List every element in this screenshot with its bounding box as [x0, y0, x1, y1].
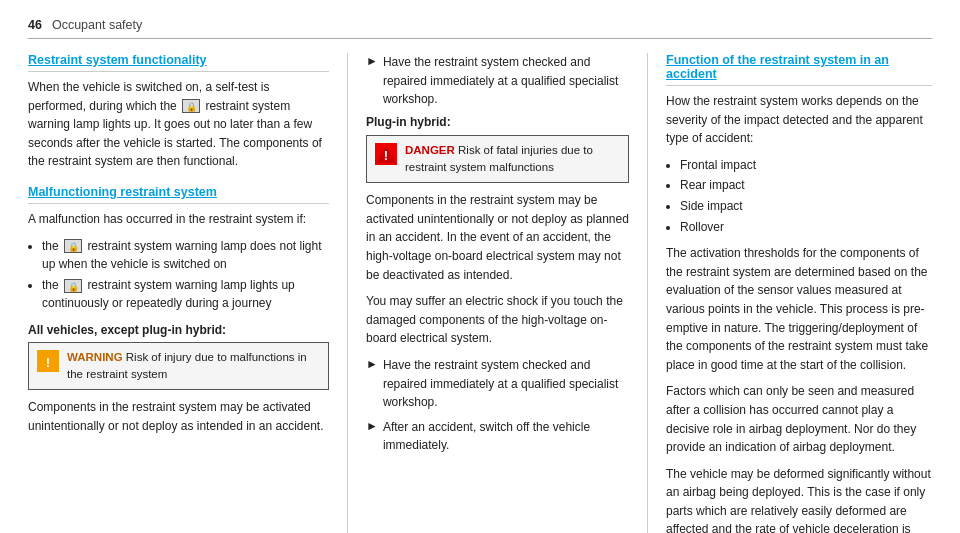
restraint-icon-1: 🔒 — [64, 239, 82, 253]
plug-hybrid-label: Plug-in hybrid: — [366, 115, 629, 129]
warning-icon: ! — [37, 350, 59, 372]
arrow-item-1: ► Have the restraint system checked and … — [366, 53, 629, 109]
section-title-malfunction: Malfunctioning restraint system — [28, 185, 329, 204]
danger-box: ! DANGER Risk of fatal injuries due to r… — [366, 135, 629, 184]
accident-bullets: Frontal impact Rear impact Side impact R… — [680, 156, 932, 236]
warning-box: ! WARNING Risk of injury due to malfunct… — [28, 342, 329, 391]
right-body-1: How the restraint system works depends o… — [666, 92, 932, 148]
bullet-frontal: Frontal impact — [680, 156, 932, 175]
right-body-2: The activation thresholds for the compon… — [666, 244, 932, 374]
malfunction-bullets: the 🔒 restraint system warning lamp does… — [42, 237, 329, 313]
right-body-4: The vehicle may be deformed significantl… — [666, 465, 932, 533]
restraint-icon-2: 🔒 — [64, 279, 82, 293]
restraint-lamp-icon: 🔒 — [182, 99, 200, 113]
svg-text:!: ! — [384, 148, 388, 163]
danger-icon: ! — [375, 143, 397, 165]
page-header-title: Occupant safety — [52, 18, 142, 32]
malfunction-body: A malfunction has occurred in the restra… — [28, 210, 329, 229]
bullet-rollover: Rollover — [680, 218, 932, 237]
svg-text:!: ! — [46, 355, 50, 370]
col-middle: ► Have the restraint system checked and … — [348, 53, 648, 533]
arrow-symbol-2: ► — [366, 357, 378, 371]
bullet-item-2: the 🔒 restraint system warning lamp ligh… — [42, 276, 329, 313]
arrow-symbol-3: ► — [366, 419, 378, 433]
all-vehicles-label: All vehicles, except plug-in hybrid: — [28, 323, 329, 337]
arrow-text-2: Have the restraint system checked and re… — [383, 356, 629, 412]
bullet-rear: Rear impact — [680, 176, 932, 195]
middle-body-1: Components in the restraint system may b… — [366, 191, 629, 284]
arrow-text-1: Have the restraint system checked and re… — [383, 53, 629, 109]
section-malfunction: Malfunctioning restraint system A malfun… — [28, 185, 329, 436]
page-container: 46 Occupant safety Restraint system func… — [0, 0, 960, 533]
right-body-3: Factors which can only be seen and measu… — [666, 382, 932, 456]
arrow-symbol-1: ► — [366, 54, 378, 68]
bullet-item-1: the 🔒 restraint system warning lamp does… — [42, 237, 329, 274]
page-header: 46 Occupant safety — [28, 18, 932, 39]
danger-text: DANGER Risk of fatal injuries due to res… — [405, 142, 620, 177]
arrow-text-3: After an accident, switch off the vehicl… — [383, 418, 629, 455]
section-restraint-functionality: Restraint system functionality When the … — [28, 53, 329, 171]
arrow-item-2: ► Have the restraint system checked and … — [366, 356, 629, 412]
col-right: Function of the restraint system in an a… — [648, 53, 932, 533]
page-number: 46 — [28, 18, 42, 32]
warning-text: WARNING Risk of injury due to malfunctio… — [67, 349, 320, 384]
section-title-functionality: Restraint system functionality — [28, 53, 329, 72]
functionality-body: When the vehicle is switched on, a self-… — [28, 78, 329, 171]
bullet-side: Side impact — [680, 197, 932, 216]
arrow-item-3: ► After an accident, switch off the vehi… — [366, 418, 629, 455]
warning-body-text: Components in the restraint system may b… — [28, 398, 329, 435]
section-title-accident: Function of the restraint system in an a… — [666, 53, 932, 86]
middle-body-2: You may suffer an electric shock if you … — [366, 292, 629, 348]
content-columns: Restraint system functionality When the … — [28, 53, 932, 533]
col-left: Restraint system functionality When the … — [28, 53, 348, 533]
